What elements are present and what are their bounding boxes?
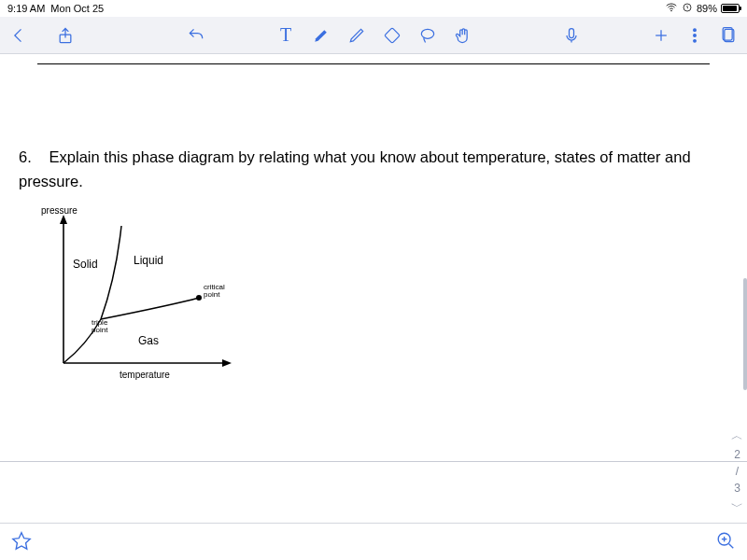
svg-rect-3 bbox=[385, 27, 400, 42]
add-button[interactable] bbox=[652, 26, 670, 45]
gas-region-label: Gas bbox=[138, 334, 159, 347]
current-page: 2 bbox=[734, 448, 740, 461]
total-pages: 3 bbox=[734, 482, 740, 495]
lasso-tool-button[interactable] bbox=[418, 26, 437, 45]
triple-point-label: triple point bbox=[92, 319, 107, 334]
svg-point-0 bbox=[670, 10, 672, 12]
text-tool-button[interactable]: T bbox=[276, 26, 295, 45]
microphone-button[interactable] bbox=[562, 26, 581, 45]
bottom-toolbar bbox=[0, 523, 747, 560]
svg-point-8 bbox=[694, 28, 697, 31]
status-time: 9:19 AM bbox=[7, 3, 45, 14]
app-toolbar: T bbox=[0, 17, 747, 54]
svg-marker-18 bbox=[13, 532, 30, 548]
prev-question-cutoff bbox=[37, 63, 710, 64]
svg-marker-16 bbox=[222, 359, 232, 367]
back-button[interactable] bbox=[9, 26, 28, 45]
svg-point-10 bbox=[694, 39, 697, 42]
y-axis-label: pressure bbox=[41, 205, 78, 216]
battery-percent: 89% bbox=[697, 3, 717, 14]
page-counter[interactable]: ︿ 2 / 3 ﹀ bbox=[731, 427, 743, 515]
hand-tool-button[interactable] bbox=[454, 26, 472, 45]
svg-rect-5 bbox=[570, 28, 574, 37]
eraser-tool-button[interactable] bbox=[383, 26, 402, 45]
clipboard-button[interactable] bbox=[719, 26, 738, 45]
more-button[interactable] bbox=[685, 26, 704, 45]
zoom-in-button[interactable] bbox=[715, 530, 736, 554]
question-number: 6. bbox=[19, 146, 45, 170]
x-axis-label: temperature bbox=[120, 370, 170, 380]
critical-point-label: critical point bbox=[204, 284, 225, 299]
undo-button[interactable] bbox=[187, 26, 205, 45]
phase-diagram-figure: pressure temperature Solid Liquid Gas tr… bbox=[45, 209, 241, 386]
svg-marker-14 bbox=[60, 215, 67, 224]
page-down-icon[interactable]: ﹀ bbox=[731, 498, 743, 515]
page-break-line bbox=[0, 461, 747, 462]
solid-region-label: Solid bbox=[73, 258, 98, 271]
liquid-region-label: Liquid bbox=[134, 254, 163, 267]
favorite-button[interactable] bbox=[11, 530, 32, 554]
page-up-icon[interactable]: ︿ bbox=[731, 427, 743, 444]
svg-line-20 bbox=[729, 543, 734, 548]
status-date: Mon Oct 25 bbox=[50, 3, 104, 14]
page-sep: / bbox=[736, 465, 739, 478]
wifi-icon bbox=[665, 1, 678, 16]
share-button[interactable] bbox=[56, 26, 75, 45]
question-text: Explain this phase diagram by relating w… bbox=[19, 148, 691, 189]
marker-tool-button[interactable] bbox=[312, 26, 331, 45]
svg-point-9 bbox=[694, 34, 697, 36]
orientation-lock-icon bbox=[682, 2, 693, 15]
document-viewport[interactable]: 6. Explain this phase diagram by relatin… bbox=[0, 54, 747, 523]
battery-icon bbox=[721, 4, 740, 13]
svg-point-17 bbox=[196, 295, 202, 301]
svg-point-4 bbox=[421, 29, 433, 38]
question-6: 6. Explain this phase diagram by relatin… bbox=[19, 146, 691, 193]
scroll-indicator[interactable] bbox=[743, 278, 747, 390]
ipad-status-bar: 9:19 AM Mon Oct 25 89% bbox=[0, 0, 747, 17]
pen-tool-button[interactable] bbox=[347, 26, 366, 45]
